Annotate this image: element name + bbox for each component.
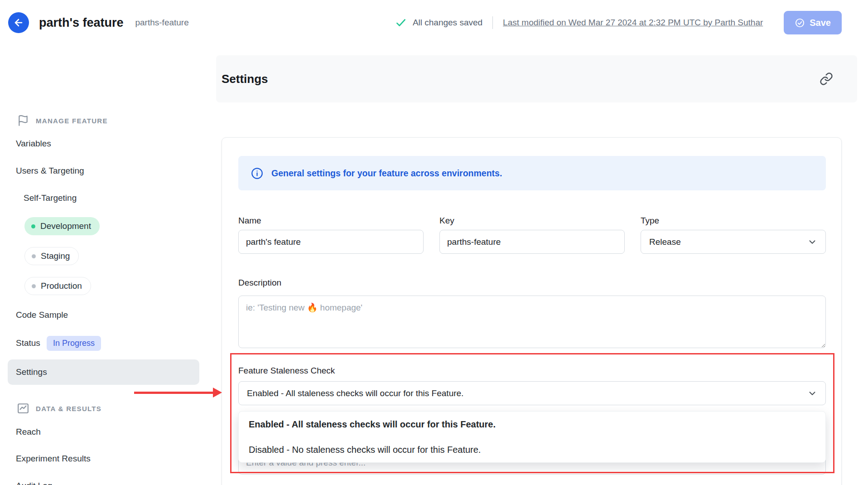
sidebar-item-code-sample[interactable]: Code Sample (16, 304, 68, 326)
header-divider (492, 16, 493, 29)
type-select[interactable]: Release (641, 230, 826, 254)
check-circle-icon (795, 18, 805, 28)
staleness-option-enabled[interactable]: Enabled - All staleness checks will occu… (239, 412, 825, 437)
copy-link-button[interactable] (816, 69, 836, 89)
chevron-down-icon (807, 237, 817, 247)
description-label: Description (238, 278, 281, 288)
staleness-dropdown: Enabled - All staleness checks will occu… (238, 411, 826, 463)
feature-key: parths-feature (135, 18, 188, 28)
manage-feature-section-header: MANAGE FEATURE (17, 110, 108, 131)
sidebar-item-status[interactable]: Status In Progress (16, 332, 101, 354)
last-modified-link[interactable]: Last modified on Wed Mar 27 2024 at 2:32… (503, 18, 763, 28)
environment-pill-development[interactable]: Development (24, 217, 100, 235)
sidebar-item-reach[interactable]: Reach (16, 421, 41, 443)
environment-dot-green (31, 224, 35, 228)
feature-title: parth's feature (39, 16, 123, 30)
check-icon (395, 17, 407, 29)
sidebar-item-experiment-results[interactable]: Experiment Results (16, 448, 91, 470)
sidebar-item-audit-log[interactable]: Audit Log (16, 475, 52, 485)
environment-label: Production (41, 281, 82, 291)
info-banner-text: General settings for your feature across… (271, 168, 502, 179)
type-select-value: Release (649, 237, 681, 247)
status-label: Status (16, 338, 40, 348)
link-icon (820, 72, 833, 86)
type-label: Type (641, 216, 659, 226)
chevron-down-icon (807, 388, 817, 398)
manage-feature-label: MANAGE FEATURE (36, 117, 108, 125)
saved-status-text: All changes saved (413, 18, 482, 28)
top-header: parth's feature parths-feature All chang… (0, 0, 868, 45)
environment-dot-gray (32, 254, 36, 258)
flag-icon (17, 115, 29, 126)
environment-row-development: Development (24, 215, 100, 237)
data-results-section-header: DATA & RESULTS (17, 398, 101, 419)
key-input[interactable] (439, 230, 625, 254)
status-badge: In Progress (47, 336, 101, 351)
back-button[interactable] (8, 12, 29, 33)
save-button-label: Save (810, 18, 831, 28)
info-icon (251, 167, 263, 179)
environment-row-staging: Staging (24, 245, 79, 267)
environment-pill-production[interactable]: Production (24, 277, 91, 295)
sidebar-item-variables[interactable]: Variables (16, 133, 51, 155)
environment-pill-staging[interactable]: Staging (24, 247, 79, 265)
settings-header-band: Settings (216, 55, 857, 102)
annotation-arrow-head (213, 388, 222, 398)
environment-row-production: Production (24, 275, 91, 297)
environment-label: Staging (41, 251, 70, 261)
sidebar: MANAGE FEATURE Variables Users & Targeti… (0, 45, 213, 485)
arrow-left-icon (13, 17, 24, 28)
sidebar-item-self-targeting[interactable]: Self-Targeting (24, 187, 77, 209)
staleness-select-value: Enabled - All staleness checks will occu… (247, 388, 463, 398)
name-label: Name (238, 216, 261, 226)
environment-label: Development (40, 221, 91, 231)
data-results-label: DATA & RESULTS (36, 405, 101, 412)
name-input[interactable] (238, 230, 424, 254)
key-label: Key (439, 216, 454, 226)
page-title: Settings (222, 72, 268, 86)
environment-dot-gray (32, 284, 36, 288)
staleness-select[interactable]: Enabled - All staleness checks will occu… (238, 381, 826, 405)
saved-status: All changes saved (395, 17, 482, 29)
save-button[interactable]: Save (784, 11, 842, 34)
sidebar-item-settings[interactable]: Settings (8, 359, 199, 385)
staleness-option-disabled[interactable]: Disabled - No staleness checks will occu… (239, 437, 825, 462)
info-banner: General settings for your feature across… (238, 156, 826, 190)
chart-icon (17, 403, 29, 414)
description-textarea[interactable] (238, 296, 826, 348)
sidebar-item-users-targeting[interactable]: Users & Targeting (16, 160, 84, 182)
settings-card: General settings for your feature across… (222, 137, 842, 485)
staleness-label: Feature Staleness Check (238, 366, 335, 376)
